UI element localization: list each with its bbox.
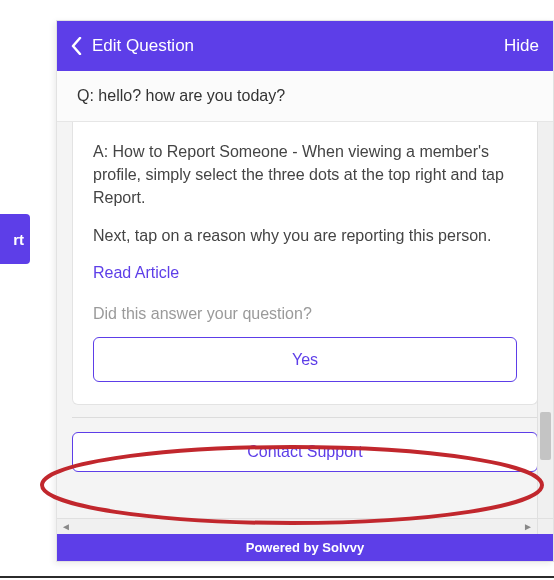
scroll-area: A: How to Report Someone - When viewing … — [57, 122, 553, 534]
did-answer-prompt: Did this answer your question? — [93, 302, 517, 325]
answer-paragraph-2: Next, tap on a reason why you are report… — [93, 224, 517, 247]
contact-support-label: Contact Support — [247, 443, 363, 460]
footer-text: Powered by Solvvy — [246, 540, 365, 555]
horizontal-scrollbar[interactable]: ◄ ► — [57, 518, 537, 534]
scroll-corner — [537, 518, 553, 534]
read-article-link[interactable]: Read Article — [93, 261, 179, 284]
scroll-left-arrow-icon[interactable]: ◄ — [61, 522, 71, 532]
answer-paragraph-1: A: How to Report Someone - When viewing … — [93, 140, 517, 210]
page-bottom-border — [0, 576, 554, 578]
widget-header: Edit Question Hide — [57, 21, 553, 71]
back-button[interactable]: Edit Question — [71, 36, 194, 56]
hide-button[interactable]: Hide — [504, 36, 539, 56]
partial-support-button[interactable]: rt — [0, 214, 30, 264]
widget-footer: Powered by Solvvy — [57, 534, 553, 561]
question-bar: Q: hello? how are you today? — [57, 71, 553, 122]
question-text: hello? how are you today? — [98, 87, 285, 104]
question-prefix: Q: — [77, 87, 94, 104]
chevron-left-icon — [71, 37, 82, 55]
contact-support-section: Contact Support — [57, 418, 553, 488]
contact-support-button[interactable]: Contact Support — [72, 432, 538, 472]
partial-support-label: rt — [13, 231, 24, 248]
scroll-right-arrow-icon[interactable]: ► — [523, 522, 533, 532]
help-widget: Edit Question Hide Q: hello? how are you… — [56, 20, 554, 562]
header-title: Edit Question — [92, 36, 194, 56]
answer-card: A: How to Report Someone - When viewing … — [72, 122, 538, 405]
yes-button-label: Yes — [292, 351, 318, 368]
vertical-scrollbar[interactable] — [537, 122, 553, 518]
scroll-content: A: How to Report Someone - When viewing … — [57, 122, 553, 534]
yes-button[interactable]: Yes — [93, 337, 517, 382]
vertical-scroll-thumb[interactable] — [540, 412, 551, 460]
